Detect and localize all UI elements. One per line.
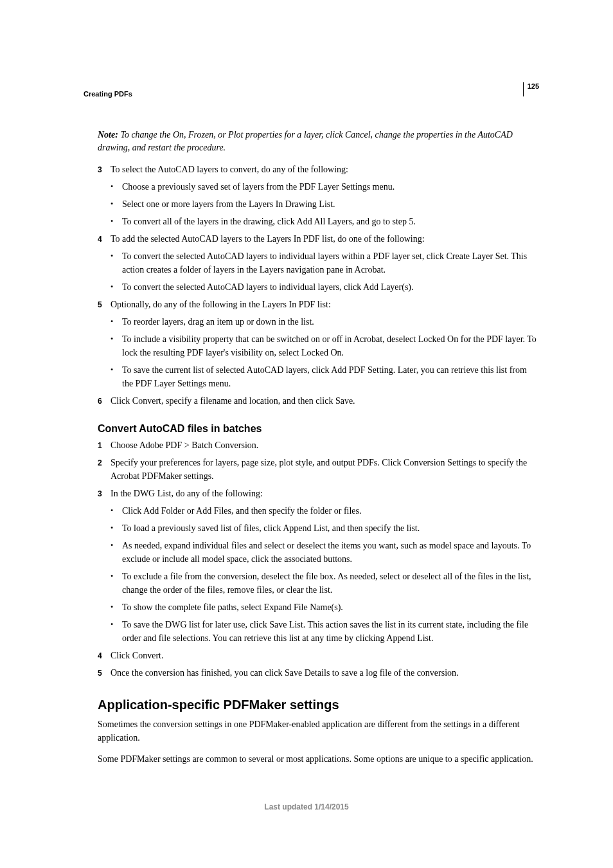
bullet-icon: • [111,197,122,211]
bullet-list-item: •To exclude a file from the conversion, … [111,570,539,597]
step-text: To select the AutoCAD layers to convert,… [111,163,539,176]
step-text: In the DWG List, do any of the following… [111,487,539,500]
bullet-icon: • [111,539,122,566]
step-number: 5 [98,666,111,680]
bullet-icon: • [111,504,122,518]
bullet-text: To convert all of the layers in the draw… [122,215,539,228]
ordered-list-item: 6Click Convert, specify a filename and l… [98,394,539,408]
bullet-icon: • [111,280,122,294]
bullet-list-item: •To reorder layers, drag an item up or d… [111,315,539,329]
bullet-list-item: •To include a visibility property that c… [111,332,539,359]
bullet-list-item: •Select one or more layers from the Laye… [111,197,539,211]
page-number: 125 [523,82,539,96]
bullet-icon: • [111,332,122,359]
bullet-icon: • [111,215,122,228]
bullet-text: To include a visibility property that ca… [122,332,539,359]
bullet-text: As needed, expand individual files and s… [122,539,539,566]
bullet-list-item: •To save the DWG list for later use, cli… [111,618,539,645]
step-text: Once the conversion has finished, you ca… [111,666,539,680]
bullet-list-item: •To convert all of the layers in the dra… [111,215,539,228]
bullet-icon: • [111,363,122,390]
step-number: 6 [98,394,111,408]
ordered-list-item: 5Optionally, do any of the following in … [98,298,539,311]
bullet-icon: • [111,618,122,645]
heading-convert-batches: Convert AutoCAD files in batches [98,423,539,435]
ordered-list-item: 1Choose Adobe PDF > Batch Conversion. [98,439,539,452]
step-text: Specify your preferences for layers, pag… [111,456,539,483]
bullet-text: To save the current list of selected Aut… [122,363,539,390]
bullet-list-item: •To load a previously saved list of file… [111,521,539,535]
bullet-text: To load a previously saved list of files… [122,521,539,535]
note-block: Note: To change the On, Frozen, or Plot … [98,129,539,154]
ordered-list-item: 5Once the conversion has finished, you c… [98,666,539,680]
bullet-list: •To convert the selected AutoCAD layers … [98,249,539,294]
step-number: 4 [98,649,111,662]
bullet-list-item: •To save the current list of selected Au… [111,363,539,390]
step-number: 5 [98,298,111,311]
paragraph: Sometimes the conversion settings in one… [98,718,539,745]
ordered-list-item: 4Click Convert. [98,649,539,662]
footer-last-updated: Last updated 1/14/2015 [0,802,613,811]
step-text: Click Convert, specify a filename and lo… [111,394,539,408]
step-number: 4 [98,232,111,246]
bullet-list-item: •To convert the selected AutoCAD layers … [111,249,539,276]
bullet-text: To reorder layers, drag an item up or do… [122,315,539,329]
ordered-list-item: 3In the DWG List, do any of the followin… [98,487,539,500]
step-text: Optionally, do any of the following in t… [111,298,539,311]
bullet-text: To show the complete file paths, select … [122,601,539,614]
bullet-list-item: •As needed, expand individual files and … [111,539,539,566]
bullet-list: •Choose a previously saved set of layers… [98,180,539,228]
bullet-list-item: •To convert the selected AutoCAD layers … [111,280,539,294]
bullet-list: •To reorder layers, drag an item up or d… [98,315,539,390]
note-text: To change the On, Frozen, or Plot proper… [98,130,513,152]
bullet-icon: • [111,180,122,194]
bullet-text: Click Add Folder or Add Files, and then … [122,504,539,518]
bullet-icon: • [111,249,122,276]
step-number: 2 [98,456,111,483]
bullet-list-item: •Choose a previously saved set of layers… [111,180,539,194]
bullet-text: To convert the selected AutoCAD layers t… [122,280,539,294]
ordered-list-item: 2Specify your preferences for layers, pa… [98,456,539,483]
bullet-list: •Click Add Folder or Add Files, and then… [98,504,539,645]
step-text: To add the selected AutoCAD layers to th… [111,232,539,246]
bullet-list-item: •To show the complete file paths, select… [111,601,539,614]
step-text: Click Convert. [111,649,539,662]
heading-app-specific: Application-specific PDFMaker settings [98,698,539,712]
bullet-text: To save the DWG list for later use, clic… [122,618,539,645]
note-label: Note: [98,130,120,140]
bullet-icon: • [111,570,122,597]
step-text: Choose Adobe PDF > Batch Conversion. [111,439,539,452]
step-number: 3 [98,163,111,176]
ordered-list-item: 3To select the AutoCAD layers to convert… [98,163,539,176]
bullet-text: Choose a previously saved set of layers … [122,180,539,194]
bullet-icon: • [111,601,122,614]
header-section-title: Creating PDFs [84,90,539,98]
bullet-icon: • [111,521,122,535]
step-number: 3 [98,487,111,500]
ordered-list-item: 4To add the selected AutoCAD layers to t… [98,232,539,246]
paragraph: Some PDFMaker settings are common to sev… [98,752,539,766]
bullet-text: To convert the selected AutoCAD layers t… [122,249,539,276]
bullet-icon: • [111,315,122,329]
step-number: 1 [98,439,111,452]
bullet-text: To exclude a file from the conversion, d… [122,570,539,597]
bullet-list-item: •Click Add Folder or Add Files, and then… [111,504,539,518]
bullet-text: Select one or more layers from the Layer… [122,197,539,211]
